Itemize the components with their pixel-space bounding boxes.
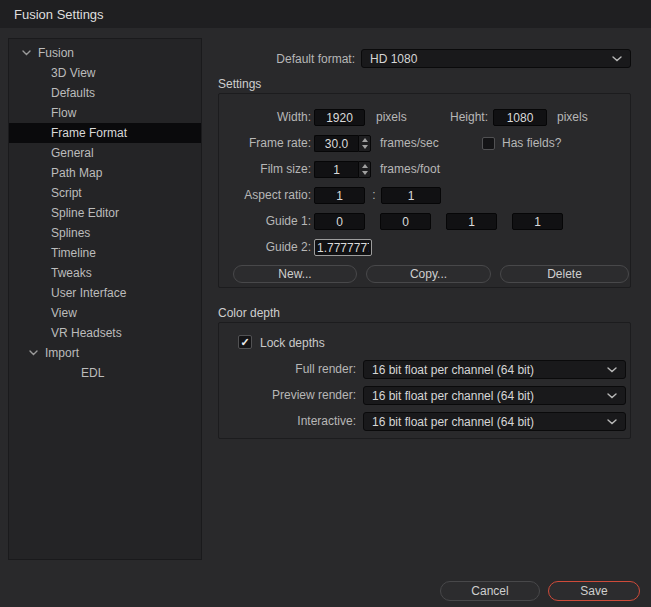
sidebar-item-path-map[interactable]: Path Map — [9, 163, 201, 183]
cancel-button[interactable]: Cancel — [440, 581, 540, 601]
dropdown-value: 16 bit float per channel (64 bit) — [372, 363, 534, 377]
dropdown-value: 16 bit float per channel (64 bit) — [372, 389, 534, 403]
sidebar-item-general[interactable]: General — [9, 143, 201, 163]
film-size-stepper[interactable] — [314, 161, 371, 178]
film-size-unit: frames/foot — [380, 161, 440, 178]
sidebar-group-label: Fusion — [38, 46, 74, 60]
guide-2-input[interactable] — [314, 239, 372, 256]
aspect-ratio-x-input[interactable] — [314, 187, 365, 204]
check-icon: ✓ — [240, 336, 249, 349]
settings-group-box: Width: pixels Height: pixels Frame rate:… — [218, 93, 631, 288]
frame-rate-unit: frames/sec — [380, 135, 439, 152]
save-button[interactable]: Save — [548, 581, 640, 601]
frame-rate-input[interactable] — [314, 135, 358, 152]
dropdown-value: HD 1080 — [370, 52, 417, 66]
chevron-down-icon[interactable] — [22, 50, 31, 56]
guide-1-input-3[interactable] — [512, 213, 563, 230]
height-unit: pixels — [557, 109, 588, 126]
settings-section-title: Settings — [218, 77, 261, 91]
window-title: Fusion Settings — [14, 7, 104, 22]
sidebar-item-edl[interactable]: EDL — [9, 363, 201, 383]
guide-1-label: Guide 1: — [219, 213, 311, 230]
aspect-ratio-y-input[interactable] — [381, 187, 441, 204]
sidebar-item-user-interface[interactable]: User Interface — [9, 283, 201, 303]
sidebar-item-spline-editor[interactable]: Spline Editor — [9, 203, 201, 223]
preview-render-dropdown[interactable]: 16 bit float per channel (64 bit) — [363, 386, 626, 405]
film-size-label: Film size: — [219, 161, 311, 178]
sidebar-item-3d-view[interactable]: 3D View — [9, 63, 201, 83]
chevron-down-icon — [607, 393, 617, 399]
sidebar-item-frame-format[interactable]: Frame Format — [9, 123, 201, 143]
settings-category-tree: Fusion 3D View Defaults Flow Frame Forma… — [8, 38, 202, 560]
width-unit: pixels — [376, 109, 407, 126]
sidebar-item-flow[interactable]: Flow — [9, 103, 201, 123]
preview-render-label: Preview render: — [219, 386, 356, 405]
sidebar-item-timeline[interactable]: Timeline — [9, 243, 201, 263]
full-render-dropdown[interactable]: 16 bit float per channel (64 bit) — [363, 360, 626, 379]
frame-rate-label: Frame rate: — [219, 135, 311, 152]
has-fields-checkbox[interactable] — [482, 137, 495, 150]
increment-arrow-icon[interactable] — [362, 138, 368, 142]
frame-rate-stepper[interactable] — [314, 135, 371, 152]
sidebar-item-script[interactable]: Script — [9, 183, 201, 203]
chevron-down-icon — [607, 367, 617, 373]
guide-1-input-2[interactable] — [446, 213, 497, 230]
default-format-label: Default format: — [218, 52, 355, 66]
lock-depths-checkbox[interactable]: ✓ — [238, 335, 252, 349]
sidebar-group-label: Import — [45, 346, 79, 360]
new-button[interactable]: New... — [233, 265, 357, 283]
chevron-down-icon — [607, 419, 617, 425]
sidebar-item-view[interactable]: View — [9, 303, 201, 323]
color-depth-group-box: ✓ Lock depths Full render: 16 bit float … — [218, 322, 631, 439]
height-input[interactable] — [493, 109, 547, 126]
guide-2-label: Guide 2: — [219, 239, 311, 256]
film-size-input[interactable] — [314, 161, 358, 178]
sidebar-item-defaults[interactable]: Defaults — [9, 83, 201, 103]
lock-depths-label: Lock depths — [260, 336, 325, 350]
dropdown-value: 16 bit float per channel (64 bit) — [372, 415, 534, 429]
sidebar-item-splines[interactable]: Splines — [9, 223, 201, 243]
delete-button[interactable]: Delete — [500, 265, 629, 283]
stepper-arrows[interactable] — [358, 135, 371, 152]
chevron-down-icon[interactable] — [29, 350, 38, 356]
stepper-arrows[interactable] — [358, 161, 371, 178]
sidebar-item-tweaks[interactable]: Tweaks — [9, 263, 201, 283]
guide-1-input-1[interactable] — [380, 213, 431, 230]
sidebar-item-vr-headsets[interactable]: VR Headsets — [9, 323, 201, 343]
decrement-arrow-icon[interactable] — [362, 145, 368, 149]
height-label: Height: — [404, 109, 488, 126]
color-depth-section-title: Color depth — [218, 306, 280, 320]
has-fields-label: Has fields? — [502, 135, 561, 152]
aspect-ratio-separator: : — [369, 187, 379, 204]
aspect-ratio-label: Aspect ratio: — [219, 187, 311, 204]
width-label: Width: — [219, 109, 311, 126]
decrement-arrow-icon[interactable] — [362, 171, 368, 175]
sidebar-group-import[interactable]: Import — [9, 343, 201, 363]
increment-arrow-icon[interactable] — [362, 164, 368, 168]
full-render-label: Full render: — [219, 360, 356, 379]
chevron-down-icon — [612, 56, 622, 62]
sidebar-group-fusion[interactable]: Fusion — [9, 43, 201, 63]
copy-button[interactable]: Copy... — [366, 265, 491, 283]
interactive-dropdown[interactable]: 16 bit float per channel (64 bit) — [363, 412, 626, 431]
titlebar: Fusion Settings — [0, 0, 651, 28]
default-format-row: Default format: HD 1080 — [218, 49, 631, 68]
default-format-dropdown[interactable]: HD 1080 — [361, 49, 631, 68]
guide-1-input-0[interactable] — [314, 213, 365, 230]
width-input[interactable] — [314, 109, 365, 126]
interactive-label: Interactive: — [219, 412, 356, 431]
